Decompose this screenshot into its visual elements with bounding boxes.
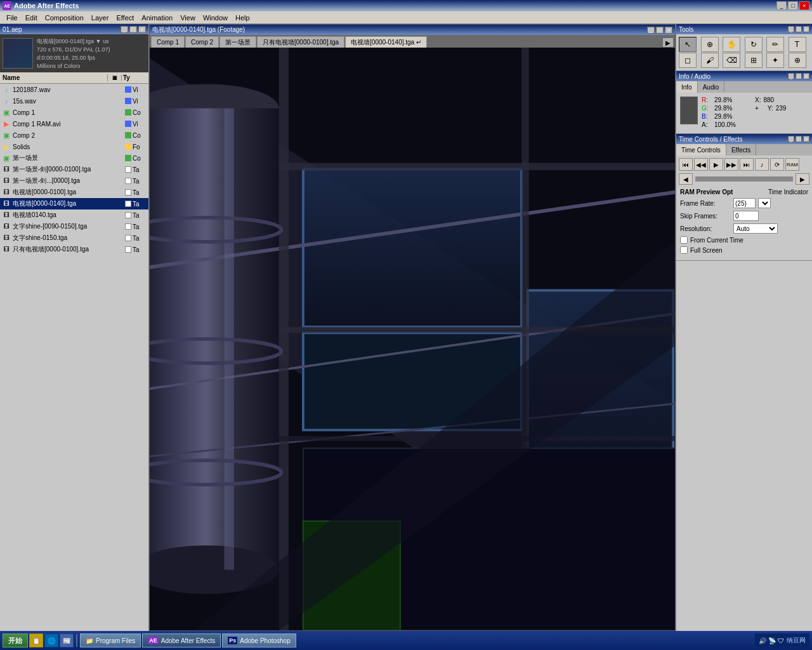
orbit-tool[interactable]: ↻ — [745, 37, 763, 52]
quick-launch-icon-2[interactable]: 🌐 — [44, 633, 58, 647]
next-frame-button[interactable]: ▶▶ — [724, 158, 738, 171]
col-type[interactable]: Ty — [122, 74, 138, 81]
thumb-details: 720 x 576, D1/DV PAL (1.07) d:0:00:05:16… — [37, 46, 110, 70]
thumb-filename: 电视墙[0000-0140].tga ▼ us — [37, 37, 110, 46]
close-button[interactable]: × — [799, 1, 809, 10]
tab-scene1[interactable]: 第一场景 — [219, 36, 256, 48]
menu-window[interactable]: Window — [199, 13, 232, 23]
tc-winbtn2[interactable]: □ — [796, 136, 802, 142]
play-button[interactable]: ▶ — [709, 158, 723, 171]
list-item[interactable]: 🎞 文字shine-0150.tga Ta — [0, 232, 148, 244]
tools-winbtn3[interactable]: × — [803, 26, 809, 32]
list-item[interactable]: 🎞 第一场景-剑[0000-0100].tga Ta — [0, 164, 148, 175]
taskbar-photoshop[interactable]: Ps Adobe Photoshop — [222, 633, 296, 647]
eraser-tool[interactable]: ⌫ — [723, 53, 740, 68]
list-item[interactable]: ▣ Comp 2 Co — [0, 129, 148, 141]
frame-rate-dropdown[interactable]: ▼ — [758, 198, 771, 208]
puppet-tool[interactable]: ✦ — [766, 53, 784, 68]
menu-help[interactable]: Help — [232, 13, 254, 23]
paint-tool[interactable]: 🖌 — [701, 53, 719, 68]
minimize-button[interactable]: _ — [776, 1, 787, 10]
tab-audio[interactable]: Audio — [698, 81, 725, 93]
info-winbtn2[interactable]: □ — [796, 73, 802, 79]
last-frame-button[interactable]: ⏭ — [740, 158, 754, 171]
progress-bar[interactable] — [695, 176, 793, 182]
menu-file[interactable]: File — [3, 13, 22, 23]
tc-winbtn3[interactable]: × — [803, 136, 809, 142]
zoom-tool[interactable]: ⊕ — [701, 37, 719, 52]
svg-rect-5 — [303, 169, 521, 327]
menu-effect[interactable]: Effect — [112, 13, 138, 23]
tab-footage-active[interactable]: 电视墙[0000-0140].tga ↵ — [345, 36, 427, 48]
project-minimize[interactable]: _ — [121, 26, 128, 33]
menu-layer[interactable]: Layer — [88, 13, 113, 23]
tc-winbtn1[interactable]: _ — [788, 136, 794, 142]
footage-close[interactable]: × — [665, 27, 672, 34]
full-screen-checkbox[interactable] — [680, 246, 688, 254]
list-item[interactable]: 🎞 第一场景-剑...[0000].tga Ta — [0, 175, 148, 187]
app-title: Adobe After Effects — [14, 2, 79, 10]
anchor-tool[interactable]: ⊕ — [789, 53, 806, 68]
time-controls-window: Time Controls / Effects _ □ × Time Contr… — [676, 134, 812, 261]
list-item[interactable]: ♪ 1201887.wav Vi — [0, 84, 148, 95]
back-button[interactable]: ◀ — [679, 173, 693, 185]
tools-winbtn1[interactable]: _ — [788, 26, 794, 32]
tab-footage-small[interactable]: 只有电视墙[0000-0100].tga — [257, 36, 344, 48]
project-maximize[interactable]: □ — [129, 26, 137, 33]
start-button[interactable]: 开始 — [3, 633, 28, 647]
info-winbtn3[interactable]: × — [803, 73, 809, 79]
resolution-select[interactable]: Auto Full Half Third Quarter — [733, 223, 778, 234]
taskbar-program-files[interactable]: 📁 Program Files — [80, 633, 141, 647]
taskbar-after-effects[interactable]: AE Adobe After Effects — [142, 633, 221, 647]
tab-nav-right[interactable]: ▶ — [662, 37, 674, 48]
list-item[interactable]: 🎞 只有电视墙[0000-0100].tga Ta — [0, 244, 148, 255]
ram-preview-button[interactable]: RAM — [785, 158, 799, 171]
list-item-selected[interactable]: 🎞 电视墙[0000-0140].tga Ta — [0, 198, 148, 209]
menu-view[interactable]: View — [176, 13, 199, 23]
list-item[interactable]: ▣ 第一场景 Co — [0, 152, 148, 164]
list-item[interactable]: 🎞 电视墙[0000-0100].tga Ta — [0, 187, 148, 198]
maximize-button[interactable]: □ — [788, 1, 798, 10]
from-current-checkbox[interactable] — [680, 236, 688, 244]
tab-info[interactable]: Info — [676, 81, 698, 93]
col-small1[interactable]: ▦ — [108, 75, 122, 81]
shape-tool[interactable]: ◻ — [679, 53, 697, 68]
x-label: X: — [755, 96, 761, 103]
menu-edit[interactable]: Edit — [22, 13, 41, 23]
list-item[interactable]: ▶ Solids Fo — [0, 141, 148, 152]
tab-effects[interactable]: Effects — [726, 144, 756, 156]
frame-rate-input[interactable] — [733, 198, 756, 208]
skip-frames-input[interactable] — [733, 211, 759, 221]
loop-button[interactable]: ⟳ — [770, 158, 784, 171]
tab-time-controls[interactable]: Time Controls — [676, 144, 726, 156]
fwd-button[interactable]: ▶ — [796, 173, 809, 185]
select-tool[interactable]: ↖ — [679, 37, 697, 52]
text-tool[interactable]: T — [789, 37, 806, 52]
list-item[interactable]: 🎞 文字shine-[0090-0150].tga Ta — [0, 221, 148, 232]
transport-controls: ⏮ ◀◀ ▶ ▶▶ ⏭ ♪ ⟳ RAM — [676, 156, 812, 173]
pen-tool[interactable]: ✏ — [766, 37, 784, 52]
hand-tool[interactable]: ✋ — [723, 37, 740, 52]
list-item[interactable]: 🎞 电视墙0140.tga Ta — [0, 209, 148, 221]
list-item[interactable]: ▶ Comp 1 RAM.avi Vi — [0, 118, 148, 129]
info-winbtn1[interactable]: _ — [788, 73, 794, 79]
col-name[interactable]: Name — [0, 74, 108, 81]
footage-minimize[interactable]: _ — [647, 27, 655, 34]
menu-animation[interactable]: Animation — [138, 13, 176, 23]
first-frame-button[interactable]: ⏮ — [679, 158, 693, 171]
quick-launch-icon-1[interactable]: 📋 — [29, 633, 43, 647]
list-item[interactable]: ▣ Comp 1 Co — [0, 107, 148, 118]
tools-winbtn2[interactable]: □ — [796, 26, 802, 32]
list-item[interactable]: ♪ 15s.wav Vi — [0, 95, 148, 107]
audio-button[interactable]: ♪ — [755, 158, 769, 171]
project-close[interactable]: × — [138, 26, 146, 33]
left-panel: 01.aep _ □ × 电视墙[0000-0140].tga ▼ us 720… — [0, 24, 149, 631]
prev-frame-button[interactable]: ◀◀ — [694, 158, 708, 171]
tab-comp2[interactable]: Comp 2 — [185, 36, 219, 48]
tab-comp1[interactable]: Comp 1 — [151, 36, 185, 48]
clone-tool[interactable]: ⊞ — [745, 53, 763, 68]
menu-composition[interactable]: Composition — [41, 13, 88, 23]
footage-maximize[interactable]: □ — [656, 27, 664, 34]
quick-launch-icon-3[interactable]: 📰 — [60, 633, 74, 647]
program-files-label: Program Files — [96, 637, 135, 644]
